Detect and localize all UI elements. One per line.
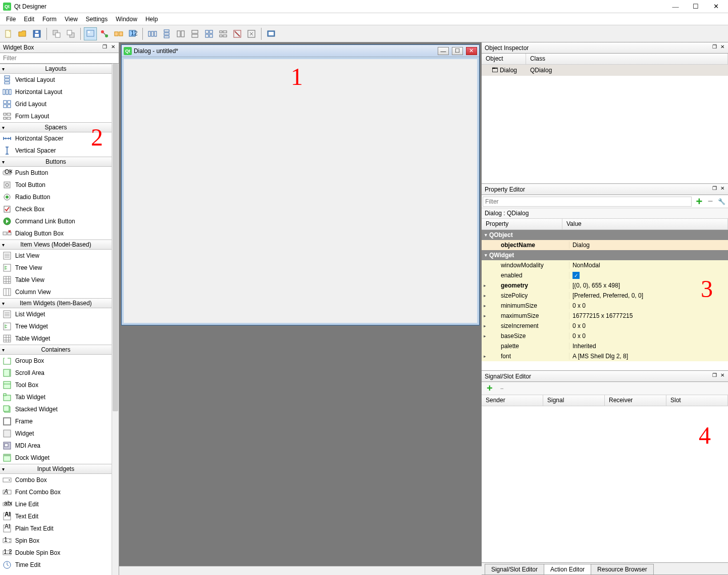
menu-help[interactable]: Help: [141, 14, 162, 24]
property-table[interactable]: Property Value ▾ QObjectobjectNameDialog…: [482, 219, 728, 370]
checkbox-icon[interactable]: ✓: [573, 272, 580, 279]
widget-item[interactable]: Combo Box: [0, 474, 112, 486]
expand-icon[interactable]: ▸: [482, 293, 489, 298]
panel-close-button[interactable]: ✕: [110, 43, 117, 51]
menu-file[interactable]: File: [2, 14, 20, 24]
category-item-widgets-item-based-[interactable]: ▾Item Widgets (Item-Based): [0, 298, 112, 308]
widget-item[interactable]: AIPlain Text Edit: [0, 522, 112, 535]
category-input-widgets[interactable]: ▾Input Widgets: [0, 464, 112, 474]
close-button[interactable]: ✕: [711, 3, 721, 11]
widget-item[interactable]: Command Link Button: [0, 215, 112, 227]
signal-column-header[interactable]: Slot: [666, 395, 728, 406]
property-row[interactable]: windowModalityNonModal: [482, 260, 728, 270]
widget-item[interactable]: Tool Box: [0, 379, 112, 391]
expand-icon[interactable]: ▸: [482, 313, 489, 318]
widget-item[interactable]: abcLine Edit: [0, 498, 112, 510]
dialog-canvas[interactable]: [122, 57, 479, 325]
expand-icon[interactable]: ▸: [482, 333, 489, 339]
property-row[interactable]: ▸sizeIncrement0 x 0: [482, 321, 728, 331]
settings-button[interactable]: 🔧: [716, 196, 727, 207]
dialog-minimize-button[interactable]: —: [438, 47, 449, 55]
widget-item[interactable]: Time Edit: [0, 559, 112, 571]
add-property-button[interactable]: +: [694, 196, 705, 207]
widget-item[interactable]: Tree View: [0, 262, 112, 274]
expand-icon[interactable]: ▸: [482, 354, 489, 359]
toolbar-layout-vsplit-button[interactable]: [188, 27, 201, 40]
property-filter-input[interactable]: [483, 197, 692, 207]
add-connection-button[interactable]: +: [485, 384, 495, 394]
toolbar-layout-grid-button[interactable]: [202, 27, 216, 40]
menu-edit[interactable]: Edit: [20, 14, 38, 24]
toolbar-layout-v-button[interactable]: [160, 27, 173, 40]
widget-item[interactable]: AIText Edit: [0, 510, 112, 522]
category-layouts[interactable]: ▾Layouts: [0, 64, 112, 74]
widget-item[interactable]: Vertical Spacer: [0, 145, 112, 157]
toolbar-send-back-button[interactable]: [50, 27, 63, 40]
widget-item[interactable]: Group Box: [0, 355, 112, 367]
widget-box-filter-input[interactable]: [0, 53, 119, 63]
property-row[interactable]: objectNameDialog: [482, 240, 728, 250]
property-row[interactable]: enabled✓: [482, 270, 728, 280]
toolbar-layout-hsplit-button[interactable]: [174, 27, 187, 40]
object-row[interactable]: 🗔 Dialog QDialog: [482, 65, 728, 76]
property-row[interactable]: ▸baseSize0 x 0: [482, 331, 728, 341]
toolbar-save-button[interactable]: [30, 27, 43, 40]
property-row[interactable]: ▸minimumSize0 x 0: [482, 301, 728, 311]
toolbar-preview-button[interactable]: [265, 27, 278, 40]
toolbar-layout-h-button[interactable]: [146, 27, 159, 40]
widget-item[interactable]: 1Spin Box: [0, 535, 112, 547]
widget-item[interactable]: Horizontal Layout: [0, 86, 112, 98]
signal-column-header[interactable]: Sender: [482, 395, 543, 406]
toolbar-layout-form-button[interactable]: [217, 27, 230, 40]
expand-icon[interactable]: ▸: [482, 283, 489, 288]
toolbar-open-button[interactable]: [16, 27, 29, 40]
property-column-header[interactable]: Property: [482, 219, 562, 229]
class-column-header[interactable]: Class: [526, 54, 728, 64]
property-group-qobject[interactable]: ▾ QObject: [482, 230, 728, 240]
widget-item[interactable]: Tree Widget: [0, 320, 112, 332]
widget-item[interactable]: Table View: [0, 274, 112, 286]
menu-view[interactable]: View: [61, 14, 82, 24]
widget-item[interactable]: 1.2Double Spin Box: [0, 547, 112, 559]
signal-slot-body[interactable]: SenderSignalReceiverSlot: [482, 395, 728, 562]
toolbar-edit-widgets-button[interactable]: [84, 27, 97, 40]
toolbar-edit-signals-button[interactable]: [98, 27, 111, 40]
signal-column-header[interactable]: Signal: [543, 395, 605, 406]
widget-item[interactable]: Vertical Layout: [0, 74, 112, 86]
tab-action-editor[interactable]: Action Editor: [544, 564, 591, 574]
widget-item[interactable]: List Widget: [0, 308, 112, 320]
property-row[interactable]: ▸geometry[(0, 0), 655 x 498]: [482, 280, 728, 291]
toolbar-adjust-size-button[interactable]: [245, 27, 258, 40]
category-item-views-model-based-[interactable]: ▾Item Views (Model-Based): [0, 239, 112, 250]
toolbar-edit-buddies-button[interactable]: [112, 27, 125, 40]
signal-column-header[interactable]: Receiver: [605, 395, 666, 406]
widget-item[interactable]: OKPush Button: [0, 167, 112, 179]
toolbar-new-button[interactable]: [2, 27, 15, 40]
widget-item[interactable]: Tool Button: [0, 179, 112, 191]
dock-toggle-button[interactable]: ❐: [711, 185, 718, 192]
horizontal-scrollbar[interactable]: [119, 566, 482, 575]
widget-item[interactable]: Widget: [0, 427, 112, 440]
panel-close-button[interactable]: ✕: [719, 185, 726, 192]
widget-item[interactable]: Dock Widget: [0, 452, 112, 464]
widget-item[interactable]: Grid Layout: [0, 98, 112, 110]
toolbar-break-layout-button[interactable]: [231, 27, 244, 40]
widget-item[interactable]: Radio Button: [0, 191, 112, 203]
widget-item[interactable]: Scroll Area: [0, 367, 112, 379]
expand-icon[interactable]: ▸: [482, 323, 489, 328]
toolbar-edit-tab-order-button[interactable]: 123: [126, 27, 139, 40]
widget-item[interactable]: Dialog Button Box: [0, 227, 112, 239]
remove-connection-button[interactable]: −: [497, 384, 507, 394]
widget-item[interactable]: Frame: [0, 415, 112, 427]
object-column-header[interactable]: Object: [482, 54, 526, 64]
tab-resource-browser[interactable]: Resource Browser: [591, 564, 654, 574]
category-buttons[interactable]: ▾Buttons: [0, 157, 112, 167]
widget-item[interactable]: List View: [0, 250, 112, 262]
property-row[interactable]: ▸maximumSize16777215 x 16777215: [482, 311, 728, 321]
menu-settings[interactable]: Settings: [82, 14, 112, 24]
panel-close-button[interactable]: ✕: [719, 372, 726, 379]
dock-toggle-button[interactable]: ❐: [101, 43, 109, 51]
widget-item[interactable]: Column View: [0, 286, 112, 298]
panel-close-button[interactable]: ✕: [719, 43, 726, 51]
widget-item[interactable]: AFont Combo Box: [0, 486, 112, 498]
